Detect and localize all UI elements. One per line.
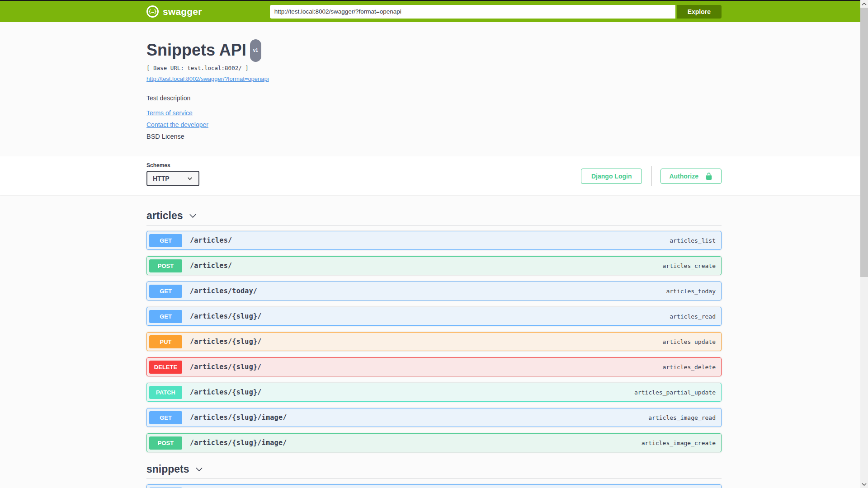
main-content: Snippets APIv1 [ Base URL: test.local:80…: [0, 22, 868, 488]
operation-id: articles_image_create: [642, 440, 716, 446]
tag-header-articles[interactable]: articles: [146, 210, 722, 225]
operations-group: GET/snippets/snippets_list: [146, 484, 722, 488]
opblock-articles_create[interactable]: POST/articles/articles_create: [146, 256, 722, 275]
opblock-articles_image_create[interactable]: POST/articles/{slug}/image/articles_imag…: [146, 433, 722, 452]
schemes-selected-value: HTTP: [153, 175, 170, 182]
explore-form: Explore: [270, 5, 722, 19]
operation-path: /articles/{slug}/: [190, 388, 262, 396]
auth-block: Django Login Authorize: [581, 166, 722, 186]
operation-id: articles_update: [663, 338, 716, 345]
operation-path: /articles/: [190, 262, 232, 270]
opblock-articles_delete[interactable]: DELETE/articles/{slug}/articles_delete: [146, 357, 722, 376]
operation-id: articles_read: [670, 313, 716, 320]
operations-group: GET/articles/articles_listPOST/articles/…: [146, 231, 722, 452]
operation-path: /articles/: [190, 236, 232, 244]
spec-url-input[interactable]: [270, 5, 675, 19]
vertical-scrollbar[interactable]: [860, 0, 868, 488]
page-title: Snippets APIv1: [146, 40, 722, 63]
authorize-button[interactable]: Authorize: [660, 169, 722, 184]
schemes-select[interactable]: HTTP: [146, 171, 199, 186]
opblock-articles_partial_update[interactable]: PATCH/articles/{slug}/articles_partial_u…: [146, 383, 722, 402]
operation-id: articles_create: [663, 263, 716, 269]
scheme-container: Schemes HTTP Django Login Authorize: [0, 156, 868, 195]
license-text: BSD License: [146, 133, 722, 140]
operation-path: /articles/today/: [190, 287, 257, 295]
scrollbar-thumb[interactable]: [860, 8, 868, 277]
scrollbar-down-arrow-icon[interactable]: [860, 480, 868, 488]
operation-path: /articles/{slug}/: [190, 363, 262, 371]
tag-header-snippets[interactable]: snippets: [146, 463, 722, 479]
terms-of-service-link[interactable]: Terms of service: [146, 109, 193, 117]
scrollbar-up-arrow-icon[interactable]: [860, 0, 868, 8]
swagger-logo-icon: {…}: [146, 5, 159, 18]
unlocked-padlock-icon: [705, 172, 713, 180]
operation-path: /articles/{slug}/: [190, 338, 262, 346]
auth-divider: [651, 166, 651, 186]
method-badge: PATCH: [149, 386, 182, 399]
swagger-brand: {…} swagger: [146, 5, 202, 18]
opblock-snippets_list[interactable]: GET/snippets/snippets_list: [146, 484, 722, 488]
spec-link[interactable]: http://test.local:8002/swagger/?format=o…: [146, 75, 269, 82]
brand-title: swagger: [163, 6, 202, 17]
topbar: {…} swagger Explore: [0, 1, 868, 22]
operation-id: articles_image_read: [648, 414, 716, 421]
tag-title: snippets: [146, 463, 189, 475]
method-badge: GET: [149, 310, 182, 323]
chevron-down-icon: [195, 465, 203, 474]
method-badge: POST: [149, 436, 182, 450]
operation-id: articles_list: [670, 237, 716, 244]
opblock-articles_read[interactable]: GET/articles/{slug}/articles_read: [146, 307, 722, 326]
api-title-text: Snippets API: [146, 41, 246, 59]
method-badge: GET: [149, 285, 182, 298]
opblock-articles_list[interactable]: GET/articles/articles_list: [146, 231, 722, 250]
schemes-block: Schemes HTTP: [146, 162, 199, 186]
api-info: Snippets APIv1 [ Base URL: test.local:80…: [146, 22, 722, 140]
opblock-articles_image_read[interactable]: GET/articles/{slug}/image/articles_image…: [146, 408, 722, 427]
tag-section-articles: articlesGET/articles/articles_listPOST/a…: [146, 210, 722, 452]
operation-id: articles_delete: [663, 364, 716, 371]
chevron-down-icon: [189, 211, 197, 220]
opblock-articles_today[interactable]: GET/articles/today/articles_today: [146, 282, 722, 300]
method-badge: PUT: [149, 335, 182, 348]
version-badge: v1: [250, 39, 261, 62]
operations-list: articlesGET/articles/articles_listPOST/a…: [146, 210, 722, 488]
operation-path: /articles/{slug}/: [190, 312, 262, 320]
method-badge: GET: [149, 234, 182, 247]
opblock-articles_update[interactable]: PUT/articles/{slug}/articles_update: [146, 332, 722, 351]
operation-path: /articles/{slug}/image/: [190, 413, 287, 422]
explore-button[interactable]: Explore: [677, 5, 722, 19]
operation-id: articles_partial_update: [634, 389, 716, 396]
method-badge: POST: [149, 259, 182, 272]
api-description: Test description: [146, 94, 722, 102]
authorize-label: Authorize: [669, 173, 698, 180]
schemes-label: Schemes: [146, 162, 199, 169]
operation-id: articles_today: [666, 288, 716, 295]
chevron-down-icon: [187, 175, 193, 182]
operation-path: /articles/{slug}/image/: [190, 439, 287, 447]
method-badge: GET: [149, 411, 182, 424]
method-badge: DELETE: [149, 361, 182, 374]
base-url: [ Base URL: test.local:8002/ ]: [146, 65, 722, 71]
tag-title: articles: [146, 210, 183, 221]
contact-developer-link[interactable]: Contact the developer: [146, 121, 208, 128]
tag-section-snippets: snippetsGET/snippets/snippets_list: [146, 463, 722, 488]
django-login-button[interactable]: Django Login: [581, 169, 642, 184]
